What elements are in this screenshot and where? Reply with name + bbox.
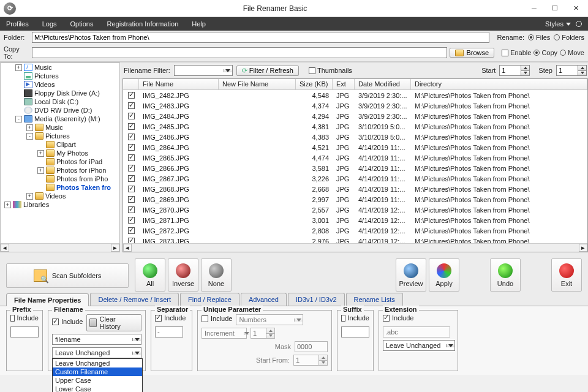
row-checkbox[interactable] xyxy=(128,238,135,243)
move-radio[interactable]: Move xyxy=(560,49,584,56)
tab-id3[interactable]: ID3v1 / ID3v2 xyxy=(288,293,345,306)
unique-include-checkbox[interactable]: Include xyxy=(202,315,232,322)
menu-logs[interactable]: Logs xyxy=(42,20,57,28)
table-row[interactable]: IMG_2865.JPG4,474JPG4/14/2019 11:...M:\P… xyxy=(123,153,587,163)
col-ext[interactable]: Ext xyxy=(333,79,355,89)
menu-options[interactable]: Options xyxy=(70,20,94,28)
separator-include-checkbox[interactable]: Include xyxy=(155,314,188,322)
undo-button[interactable]: Undo xyxy=(490,258,521,292)
expand-icon[interactable]: + xyxy=(26,193,33,200)
menu-profiles[interactable]: Profiles xyxy=(6,20,29,28)
table-row[interactable]: IMG_2483.JPG4,374JPG3/9/2019 2:30:...M:\… xyxy=(123,100,587,111)
select-all-button[interactable]: All xyxy=(135,258,165,292)
menu-registration[interactable]: Registration Information xyxy=(107,20,178,28)
table-row[interactable]: IMG_2867.JPG3,226JPG4/14/2019 11:...M:\P… xyxy=(123,173,587,184)
tree-node[interactable]: +Music xyxy=(1,124,119,131)
filter-refresh-button[interactable]: ⟳ Filter / Refresh xyxy=(236,66,299,76)
close-button[interactable]: ✕ xyxy=(571,4,581,13)
prefix-include-checkbox[interactable]: Include xyxy=(10,314,39,322)
option-upper-case[interactable]: Upper Case xyxy=(53,376,142,385)
increment-combo[interactable]: Increment xyxy=(202,328,247,339)
rename-folders-radio[interactable]: Folders xyxy=(554,34,584,41)
preview-button[interactable]: Preview xyxy=(396,258,426,292)
tree-node[interactable]: +Libraries xyxy=(1,201,119,208)
tree-node[interactable]: -Pictures xyxy=(1,132,119,140)
thumbnails-checkbox[interactable]: Thumbnails xyxy=(309,67,352,74)
tree-node[interactable]: Local Disk (C:) xyxy=(1,98,119,105)
folder-tree[interactable]: +MusicPicturesVideosFloppy Disk Drive (A… xyxy=(0,62,120,252)
col-dir[interactable]: Directory xyxy=(411,79,587,89)
tree-node[interactable]: Clipart xyxy=(1,141,119,148)
table-row[interactable]: IMG_2873.JPG2,976JPG4/14/2019 12:...M:\P… xyxy=(123,236,587,243)
separator-input[interactable] xyxy=(155,326,183,337)
folder-input[interactable] xyxy=(32,32,489,43)
minimize-button[interactable]: ─ xyxy=(529,4,539,13)
expand-icon[interactable]: - xyxy=(26,133,33,140)
option-custom-filename[interactable]: Custom Filename xyxy=(53,368,142,376)
table-row[interactable]: IMG_2871.JPG3,001JPG4/14/2019 12:...M:\P… xyxy=(123,215,587,225)
row-checkbox[interactable] xyxy=(128,134,135,140)
grid-h-scrollbar[interactable]: ◂▸ xyxy=(123,243,587,252)
tree-node[interactable]: +Videos xyxy=(1,192,119,200)
row-checkbox[interactable] xyxy=(128,102,135,109)
tree-node[interactable]: +Music xyxy=(1,64,119,71)
option-leave-unchanged[interactable]: Leave Unchanged xyxy=(53,359,142,368)
expand-icon[interactable]: + xyxy=(37,167,44,174)
tree-h-scrollbar[interactable]: ◂▸ xyxy=(1,243,119,252)
expand-icon[interactable]: + xyxy=(4,202,11,208)
unique-type-combo[interactable]: Numbers xyxy=(236,314,303,325)
tree-node[interactable]: DVD RW Drive (D:) xyxy=(1,107,119,114)
row-checkbox[interactable] xyxy=(128,165,135,172)
col-date[interactable]: Date Modified xyxy=(355,79,411,89)
col-newname[interactable]: New File Name xyxy=(219,79,296,89)
table-row[interactable]: IMG_2868.JPG2,668JPG4/14/2019 11:...M:\P… xyxy=(123,184,587,194)
filename-case-dropdown-list[interactable]: Leave Unchanged Custom Filename Upper Ca… xyxy=(52,358,143,392)
table-row[interactable]: IMG_2864.JPG4,521JPG4/14/2019 11:...M:\P… xyxy=(123,142,587,153)
row-checkbox[interactable] xyxy=(128,113,135,119)
table-row[interactable]: IMG_2869.JPG2,997JPG4/14/2019 11:...M:\P… xyxy=(123,194,587,205)
table-row[interactable]: IMG_2870.JPG2,557JPG4/14/2019 12:...M:\P… xyxy=(123,205,587,215)
prefix-input[interactable] xyxy=(10,326,39,337)
styles-dropdown[interactable]: Styles xyxy=(545,20,582,28)
tab-find-replace[interactable]: Find / Replace xyxy=(180,293,239,306)
clear-history-button[interactable]: Clear History xyxy=(86,314,141,331)
suffix-include-checkbox[interactable]: Include xyxy=(341,314,369,322)
row-checkbox[interactable] xyxy=(128,227,135,234)
tree-node[interactable]: -Media (\\serenity) (M:) xyxy=(1,115,119,123)
table-row[interactable]: IMG_2482.JPG4,548JPG3/9/2019 2:30:...M:\… xyxy=(123,90,587,100)
tree-node[interactable]: Pictures xyxy=(1,72,119,80)
row-checkbox[interactable] xyxy=(128,123,135,130)
tree-node[interactable]: +Photos for iPhon xyxy=(1,167,119,174)
filename-case-combo[interactable]: Leave Unchanged xyxy=(52,347,141,358)
enable-checkbox[interactable]: Enable xyxy=(502,49,531,56)
tree-node[interactable]: +My Photos xyxy=(1,149,119,157)
extension-input[interactable] xyxy=(383,326,450,337)
maximize-button[interactable]: ☐ xyxy=(550,4,560,13)
filter-combo[interactable] xyxy=(174,65,233,76)
select-none-button[interactable]: None xyxy=(201,258,232,292)
option-lower-case[interactable]: Lower Case xyxy=(53,385,142,392)
expand-icon[interactable]: + xyxy=(15,64,22,71)
row-checkbox[interactable] xyxy=(128,144,135,151)
browse-button[interactable]: Browse xyxy=(450,48,494,58)
table-row[interactable]: IMG_2872.JPG2,808JPG4/14/2019 12:...M:\P… xyxy=(123,225,587,236)
col-filename[interactable]: File Name xyxy=(139,79,219,89)
col-size[interactable]: Size (KB) xyxy=(296,79,333,89)
tab-delete-remove[interactable]: Delete / Remove / Insert xyxy=(90,293,179,306)
scan-subfolders-button[interactable]: Scan Subfolders xyxy=(6,263,129,288)
increment-spinner[interactable] xyxy=(251,328,275,339)
tree-node[interactable]: Photos for iPad xyxy=(1,158,119,165)
row-checkbox[interactable] xyxy=(128,217,135,224)
expand-icon[interactable]: + xyxy=(26,124,33,131)
tree-node[interactable]: Floppy Disk Drive (A:) xyxy=(1,89,119,97)
suffix-input[interactable] xyxy=(341,326,369,337)
copy-radio[interactable]: Copy xyxy=(533,49,557,56)
row-checkbox[interactable] xyxy=(128,154,135,161)
start-spinner[interactable] xyxy=(499,65,530,76)
mask-input[interactable] xyxy=(295,341,328,352)
apply-button[interactable]: Apply xyxy=(429,258,459,292)
expand-icon[interactable]: - xyxy=(15,116,22,123)
exit-button[interactable]: Exit xyxy=(551,258,582,292)
table-row[interactable]: IMG_2484.JPG4,294JPG3/9/2019 2:30:...M:\… xyxy=(123,111,587,121)
row-checkbox[interactable] xyxy=(128,92,135,99)
